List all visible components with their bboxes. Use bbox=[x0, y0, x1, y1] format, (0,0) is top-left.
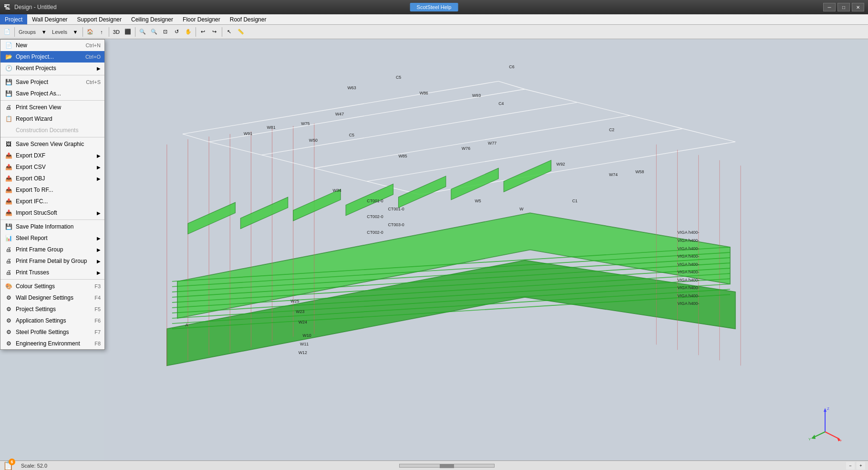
menu-print-trusses[interactable]: 🖨 Print Trusses ▶ bbox=[0, 267, 104, 278]
toolbar-perspective-btn[interactable]: ⬛ bbox=[123, 27, 133, 37]
svg-text:C5: C5 bbox=[349, 133, 354, 137]
menu-open-project[interactable]: 📂 Open Project... Ctrl+O bbox=[0, 51, 104, 63]
menu-save-plate-information[interactable]: 💾 Save Plate Information bbox=[0, 221, 104, 232]
menu-floor-designer[interactable]: Floor Designer bbox=[178, 14, 225, 24]
toolbar-arrow-btn[interactable]: ↑ bbox=[96, 27, 107, 37]
menu-recent-projects[interactable]: 🕐 Recent Projects ▶ bbox=[0, 63, 104, 74]
svg-text:W23: W23 bbox=[296, 309, 304, 314]
menu-engineering-environment[interactable]: ⚙ Engineering Environment F8 bbox=[0, 338, 104, 349]
close-button[interactable]: ✕ bbox=[852, 3, 864, 11]
menu-print-frame-group[interactable]: 🖨 Print Frame Group ▶ bbox=[0, 244, 104, 255]
svg-text:VIGA h400-: VIGA h400- bbox=[677, 238, 699, 243]
svg-marker-95 bbox=[824, 408, 827, 412]
menu-save-project-as[interactable]: 💾 Save Project As... bbox=[0, 88, 104, 99]
notification-area[interactable]: 📋 6 bbox=[3, 460, 13, 470]
menu-steel-report[interactable]: 📊 Steel Report ▶ bbox=[0, 232, 104, 244]
export-csv-arrow: ▶ bbox=[97, 165, 101, 170]
svg-text:VIGA h400-: VIGA h400- bbox=[677, 301, 699, 306]
toolbar-rotate-btn[interactable]: ↺ bbox=[172, 27, 182, 37]
menu-export-to-rf[interactable]: 📤 Export To RF... bbox=[0, 184, 104, 196]
menu-steel-profile-settings[interactable]: ⚙ Steel Profile Settings F7 bbox=[0, 326, 104, 338]
scroll-area bbox=[51, 464, 842, 468]
toolbar-pan-btn[interactable]: ✋ bbox=[183, 27, 194, 37]
application-settings-icon: ⚙ bbox=[4, 316, 13, 325]
file-menu[interactable]: 📄 New Ctrl+N 📂 Open Project... Ctrl+O 🕐 … bbox=[0, 39, 105, 350]
svg-text:W47: W47 bbox=[335, 112, 344, 116]
print-frame-group-arrow: ▶ bbox=[97, 247, 101, 252]
toolbar-sep-1 bbox=[14, 27, 15, 37]
menu-application-settings[interactable]: ⚙ Application Settings F6 bbox=[0, 315, 104, 326]
menu-export-ifc[interactable]: 📤 Export IFC... bbox=[0, 196, 104, 207]
zoom-plus-btn[interactable]: + bbox=[857, 462, 865, 470]
toolbar-sep-5 bbox=[196, 27, 196, 37]
open-project-icon: 📂 bbox=[4, 52, 13, 61]
menu-new[interactable]: 📄 New Ctrl+N bbox=[0, 40, 104, 51]
svg-text:Y: Y bbox=[808, 437, 811, 441]
svg-text:W25: W25 bbox=[290, 299, 299, 303]
print-trusses-icon: 🖨 bbox=[4, 268, 13, 277]
scale-label: Scale: 52.0 bbox=[21, 463, 47, 469]
menu-colour-settings[interactable]: 🎨 Colour Settings F3 bbox=[0, 281, 104, 292]
menu-export-obj[interactable]: 📤 Export OBJ ▶ bbox=[0, 173, 104, 184]
horizontal-scrollbar[interactable] bbox=[399, 464, 495, 468]
menu-colour-settings-shortcut: F3 bbox=[94, 283, 101, 289]
scotsteel-help-button[interactable]: ScotSteel Help bbox=[410, 3, 458, 11]
menu-wall-designer-settings[interactable]: ⚙ Wall Designer Settings F4 bbox=[0, 292, 104, 303]
minimize-button[interactable]: ─ bbox=[823, 3, 836, 11]
toolbar-zoom-all-btn[interactable]: ⊡ bbox=[160, 27, 171, 37]
svg-text:W81: W81 bbox=[267, 125, 276, 130]
toolbar-groups-btn[interactable]: ▼ bbox=[39, 27, 49, 37]
menu-wall-designer-settings-shortcut: F4 bbox=[94, 295, 101, 301]
svg-text:W: W bbox=[519, 207, 524, 211]
toolbar-select-btn[interactable]: ↖ bbox=[224, 27, 235, 37]
menu-save-project-as-label: Save Project As... bbox=[16, 90, 101, 97]
menu-export-dxf[interactable]: 📤 Export DXF ▶ bbox=[0, 150, 104, 161]
save-project-icon: 💾 bbox=[4, 78, 13, 86]
toolbar-file-icon[interactable]: 📄 bbox=[2, 27, 12, 37]
toolbar-home-btn[interactable]: 🏠 bbox=[85, 27, 95, 37]
maximize-button[interactable]: □ bbox=[837, 3, 850, 11]
menu-project-settings[interactable]: ⚙ Project Settings F5 bbox=[0, 303, 104, 315]
sep-4 bbox=[0, 219, 104, 220]
toolbar-redo-btn[interactable]: ↪ bbox=[209, 27, 220, 37]
save-plate-icon: 💾 bbox=[4, 222, 13, 231]
right-controls: − + bbox=[846, 462, 865, 470]
toolbar-measure-btn[interactable]: 📏 bbox=[236, 27, 246, 37]
menu-import-strucsoft[interactable]: 📥 Import StrucSoft ▶ bbox=[0, 207, 104, 219]
save-project-as-icon: 💾 bbox=[4, 89, 13, 98]
toolbar-levels-btn[interactable]: ▼ bbox=[70, 27, 81, 37]
menu-export-csv[interactable]: 📤 Export CSV ▶ bbox=[0, 161, 104, 173]
menu-save-project[interactable]: 💾 Save Project Ctrl+S bbox=[0, 76, 104, 88]
menu-wall-designer[interactable]: Wall Designer bbox=[27, 14, 72, 24]
menu-engineering-environment-label: Engineering Environment bbox=[16, 340, 91, 347]
svg-text:W85: W85 bbox=[398, 154, 407, 158]
menu-print-frame-detail-by-group[interactable]: 🖨 Print Frame Detail by Group ▶ bbox=[0, 255, 104, 267]
export-ifc-icon: 📤 bbox=[4, 197, 13, 206]
menu-support-designer[interactable]: Support Designer bbox=[72, 14, 126, 24]
zoom-minus-btn[interactable]: − bbox=[846, 462, 855, 470]
svg-text:W12: W12 bbox=[299, 350, 307, 355]
svg-text:W10: W10 bbox=[303, 333, 311, 338]
svg-text:W93: W93 bbox=[472, 93, 481, 98]
menu-ceiling-designer[interactable]: Ceiling Designer bbox=[126, 14, 178, 24]
svg-text:W74: W74 bbox=[609, 172, 618, 177]
canvas-area[interactable]: C5 C6 W63 W86 W93 C4 C2 W50 C5 W85 W76 W… bbox=[0, 39, 868, 460]
svg-text:CT001-0: CT001-0 bbox=[367, 198, 383, 203]
svg-text:W58: W58 bbox=[635, 169, 644, 174]
toolbar-undo-btn[interactable]: ↩ bbox=[198, 27, 208, 37]
toolbar-zoom-in-btn[interactable]: 🔍 bbox=[137, 27, 148, 37]
print-frame-group-icon: 🖨 bbox=[4, 245, 13, 254]
menu-print-frame-group-label: Print Frame Group bbox=[16, 246, 95, 253]
menu-project-settings-shortcut: F5 bbox=[94, 306, 101, 312]
scrollbar-thumb[interactable] bbox=[440, 464, 454, 468]
menu-report-wizard[interactable]: 📋 Report Wizard bbox=[0, 113, 104, 125]
menu-project[interactable]: Project bbox=[0, 14, 27, 24]
toolbar-3d-btn[interactable]: 3D bbox=[111, 27, 122, 37]
toolbar-zoom-out-btn[interactable]: 🔍 bbox=[149, 27, 159, 37]
menu-save-screen-view-graphic[interactable]: 🖼 Save Screen View Graphic bbox=[0, 138, 104, 150]
menu-print-trusses-label: Print Trusses bbox=[16, 269, 95, 276]
menu-roof-designer[interactable]: Roof Designer bbox=[225, 14, 271, 24]
menu-print-screen-view[interactable]: 🖨 Print Screen View bbox=[0, 102, 104, 113]
recent-projects-arrow: ▶ bbox=[97, 66, 101, 71]
toolbar-groups-label: Groups bbox=[17, 29, 38, 35]
